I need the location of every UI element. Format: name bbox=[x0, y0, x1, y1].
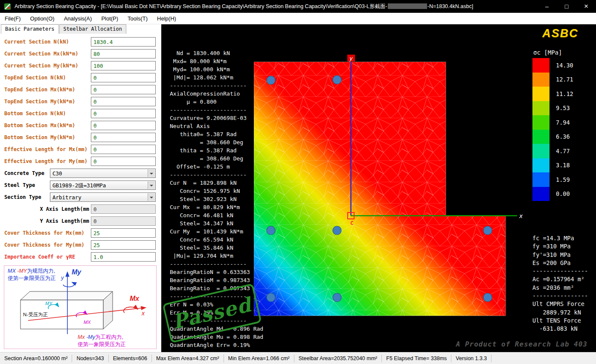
text-input-bottom-section-my-kn-m[interactable]: 0 bbox=[91, 133, 156, 142]
legend-value: 0.00 bbox=[556, 190, 570, 197]
form-row: X Axis Length(mm0 bbox=[0, 204, 161, 214]
form-row: Bottom Section N(kN)0 bbox=[0, 109, 161, 118]
legend-swatch bbox=[532, 115, 549, 130]
field-label-steel-type: Steel Type bbox=[4, 182, 35, 188]
form-row: TopEnd Section Mx(kN*m)0 bbox=[0, 85, 161, 94]
my-inner-label: MY bbox=[45, 301, 52, 306]
combo-box-concrete-type[interactable]: C30 bbox=[50, 169, 156, 178]
x-label: x bbox=[141, 310, 145, 317]
chevron-down-icon[interactable] bbox=[148, 181, 155, 189]
code-moment-note-2: 使第一象限受压为正 bbox=[8, 275, 56, 281]
field-label-topend-section-my-kn-m: TopEnd Section My(kN*m) bbox=[4, 99, 75, 105]
text-input-cover-thickness-for-my-mm[interactable]: 25 bbox=[91, 240, 156, 250]
tab-steelbar-allocation[interactable]: Steelbar Allocation bbox=[59, 24, 126, 34]
form-row: Steel TypeGB1989-2级=310MPa bbox=[0, 181, 161, 190]
text-input-bottom-section-n-kn[interactable]: 0 bbox=[91, 109, 156, 118]
field-label-current-section-n-kn: Current Section N(kN) bbox=[4, 39, 69, 45]
menu-bar: File(F)Option(O)Analysis(A)Plot(P)Tools(… bbox=[0, 13, 596, 24]
legend-swatch bbox=[532, 172, 549, 187]
legend-entry: 6.36 bbox=[532, 130, 573, 144]
form-row: Cover Thickness for Mx(mm)25 bbox=[0, 228, 161, 238]
legend-value: 12.71 bbox=[556, 76, 573, 83]
minimize-button[interactable]: – bbox=[537, 0, 557, 13]
disabled-input-y-axis-length-mm: 0 bbox=[91, 216, 156, 226]
field-label-topend-section-n-kn: TopEnd Section N(kN) bbox=[4, 75, 66, 81]
legend-entry: 0.00 bbox=[532, 187, 573, 201]
form-row: Current Section Mx(kN*m)80 bbox=[0, 49, 161, 58]
legend-title: σc [MPa] bbox=[533, 49, 573, 56]
legend-value: 1.59 bbox=[556, 176, 570, 183]
text-input-bottom-section-mx-kn-m[interactable]: 0 bbox=[91, 121, 156, 130]
legend-swatch bbox=[532, 158, 549, 173]
section-stress-plot: y x C bbox=[254, 54, 531, 323]
disabled-input-x-axis-length-mm: 0 bbox=[91, 204, 156, 214]
legend-entry: 3.18 bbox=[532, 158, 573, 173]
maximize-button[interactable]: □ bbox=[557, 0, 576, 13]
form-row: Y Axis Length(mm0 bbox=[0, 216, 161, 226]
material-info-text: fc =14.3 MPa fy =310 MPa fy'=310 MPa Es … bbox=[532, 234, 588, 333]
text-input-effective-length-for-my-mm[interactable]: 0 bbox=[91, 157, 156, 166]
field-label-topend-section-mx-kn-m: TopEnd Section Mx(kN*m) bbox=[4, 87, 75, 93]
legend-swatch bbox=[532, 87, 549, 101]
field-label-current-section-mx-kn-m: Current Section Mx(kN*m) bbox=[4, 51, 78, 57]
n-sign-note: N-受压为正 bbox=[23, 312, 48, 317]
legend-value: 7.94 bbox=[556, 119, 570, 126]
field-label-concrete-type: Concrete Type bbox=[4, 170, 44, 176]
text-input-current-section-mx-kn-m[interactable]: 80 bbox=[91, 49, 156, 58]
parameters-panel: Basic ParametersSteelbar Allocation Curr… bbox=[0, 24, 161, 352]
text-input-topend-section-mx-kn-m[interactable]: 0 bbox=[91, 85, 156, 94]
text-input-current-section-my-kn-m[interactable]: 100 bbox=[91, 61, 156, 70]
legend-swatch bbox=[532, 130, 549, 144]
legend-value: 14.30 bbox=[556, 62, 573, 69]
asbc-logo: ASBC bbox=[542, 27, 579, 40]
field-label-x-axis-length-mm: X Axis Length(mm bbox=[40, 206, 89, 212]
field-label-effective-length-for-mx-mm: Effective Length for Mx(mm) bbox=[4, 146, 87, 152]
form-row: Current Section N(kN)1830.4 bbox=[0, 37, 161, 47]
form-row: Current Section My(kN*m)100 bbox=[0, 61, 161, 70]
menu-item-file-f[interactable]: File(F) bbox=[0, 13, 26, 24]
menu-item-analysis-a[interactable]: Analysis(A) bbox=[59, 13, 97, 24]
close-button[interactable]: × bbox=[576, 0, 596, 13]
window-title: Arbitrary Section Bearing Capacity - [E:… bbox=[15, 3, 473, 10]
text-input-topend-section-my-kn-m[interactable]: 0 bbox=[91, 97, 156, 106]
my-label: My bbox=[72, 268, 81, 276]
form-row: Section TypeArbitrary bbox=[0, 192, 161, 202]
tab-basic-parameters[interactable]: Basic Parameters bbox=[1, 24, 59, 34]
text-input-cover-thickness-for-mx-mm[interactable]: 25 bbox=[91, 228, 156, 238]
field-label-bottom-section-mx-kn-m: Bottom Section Mx(kN*m) bbox=[4, 122, 75, 128]
text-input-topend-section-n-kn[interactable]: 0 bbox=[91, 73, 156, 82]
app-window: Arbitrary Section Bearing Capacity - [E:… bbox=[0, 0, 596, 364]
legend-entry: 9.53 bbox=[532, 101, 573, 116]
field-label-bottom-section-my-kn-m: Bottom Section My(kN*m) bbox=[4, 134, 75, 140]
field-label-effective-length-for-my-mm: Effective Length for My(mm) bbox=[4, 158, 87, 164]
menu-item-help-h[interactable]: Help(H) bbox=[152, 13, 181, 24]
field-label-cover-thickness-for-mx-mm: Cover Thickness for Mx(mm) bbox=[4, 230, 84, 236]
legend-swatch bbox=[532, 187, 549, 201]
legend-value: 11.12 bbox=[556, 90, 573, 97]
plot-area: Nd = 1830.400 kN Mxd= 80.000 kN*m Myd= 1… bbox=[161, 24, 596, 352]
field-label-bottom-section-n-kn: Bottom Section N(kN) bbox=[4, 111, 66, 116]
field-label-cover-thickness-for-my-mm: Cover Thickness for My(mm) bbox=[4, 242, 84, 248]
form-row: Effective Length for Mx(mm)0 bbox=[0, 145, 161, 154]
field-label-section-type: Section Type bbox=[4, 194, 41, 200]
combo-box-section-type[interactable]: Arbitrary bbox=[50, 192, 156, 202]
text-input-importance-coeff-or-re[interactable]: 1.0 bbox=[91, 252, 156, 262]
engineering-moment-note: Mx -My为工程内力, bbox=[78, 334, 123, 340]
chevron-down-icon[interactable] bbox=[148, 193, 155, 201]
combo-box-steel-type[interactable]: GB1989-2级=310MPa bbox=[50, 181, 156, 190]
centroid-label: C bbox=[350, 220, 354, 226]
text-input-current-section-n-kn[interactable]: 1830.4 bbox=[91, 37, 156, 47]
legend-swatch bbox=[532, 144, 549, 158]
title-bar[interactable]: Arbitrary Section Bearing Capacity - [E:… bbox=[0, 0, 596, 13]
app-icon bbox=[4, 3, 11, 10]
menu-item-option-o[interactable]: Option(O) bbox=[26, 13, 59, 24]
text-input-effective-length-for-mx-mm[interactable]: 0 bbox=[91, 145, 156, 154]
field-label-y-axis-length-mm: Y Axis Length(mm bbox=[40, 218, 89, 224]
legend-entry: 14.30 bbox=[532, 58, 573, 73]
status-bar: Section Area=0.160000 m²Nodes=343Element… bbox=[0, 352, 596, 364]
chevron-down-icon[interactable] bbox=[148, 169, 155, 177]
legend-entry: 12.71 bbox=[532, 73, 573, 87]
menu-item-plot-p[interactable]: Plot(P) bbox=[96, 13, 123, 24]
legend-swatch bbox=[532, 101, 549, 116]
menu-item-tools-t[interactable]: Tools(T) bbox=[123, 13, 152, 24]
